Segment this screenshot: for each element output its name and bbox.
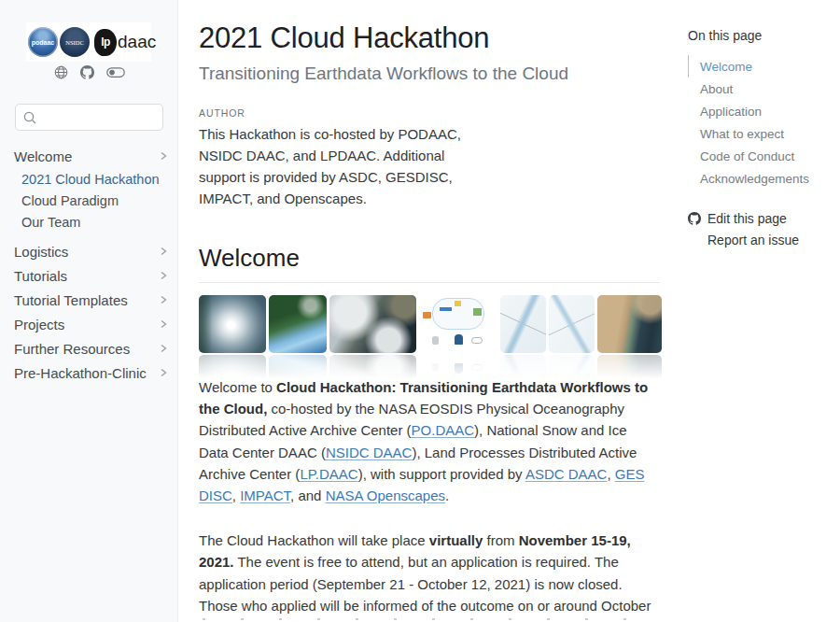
toc-actions: Edit this page Report an issue: [688, 207, 833, 250]
text: ), with support provided by: [358, 466, 525, 482]
toc-item-code-of-conduct[interactable]: Code of Conduct: [688, 145, 833, 167]
sidebar-item-welcome[interactable]: Welcome: [14, 144, 168, 168]
sea-ice-satellite-image: [549, 295, 595, 353]
sidebar-item-logistics[interactable]: Logistics: [14, 239, 168, 263]
logo-banner[interactable]: podaac NSIDC lp daac: [26, 22, 151, 62]
welcome-paragraph-2: The Cloud Hackathon will take place virt…: [199, 530, 660, 622]
sidebar-item-label: Further Resources: [14, 341, 130, 357]
diagram-node: [423, 312, 431, 318]
text-link[interactable]: NSIDC DAAC: [326, 445, 413, 460]
diagram-small-cloud-icon: [471, 337, 483, 344]
text: Welcome to: [199, 379, 276, 395]
sidebar-item-our-team[interactable]: Our Team: [21, 211, 168, 233]
cloud-architecture-diagram-image: [419, 295, 497, 353]
github-icon[interactable]: [80, 65, 94, 79]
lpdaac-logo-mark: lp: [94, 29, 117, 56]
theme-toggle-icon[interactable]: [106, 65, 125, 79]
text-link[interactable]: LP.DAAC: [300, 466, 357, 482]
arctic-ice-satellite-image: [329, 295, 416, 353]
coastal-bloom-satellite-image: [269, 295, 327, 353]
chevron-right-icon[interactable]: [159, 344, 168, 353]
toc-list: Welcome About Application What to expect…: [688, 55, 833, 190]
section-heading-welcome: Welcome: [199, 244, 660, 283]
text: ,: [232, 488, 240, 503]
hurricane-satellite-image: [199, 295, 266, 353]
toc-heading: On this page: [688, 28, 833, 43]
nsidc-logo: NSIDC: [60, 27, 90, 57]
edit-this-page-label: Edit this page: [707, 211, 787, 226]
sidebar-item-label: Tutorial Templates: [14, 292, 128, 308]
globe-icon[interactable]: [54, 65, 68, 79]
edit-this-page-link[interactable]: Edit this page: [688, 207, 833, 229]
sidebar-item-label: Tutorials: [14, 268, 67, 284]
page-title: 2021 Cloud Hackathon: [199, 21, 660, 55]
toc-panel: On this page Welcome About Application W…: [688, 28, 833, 250]
sidebar: podaac NSIDC lp daac: [0, 0, 178, 622]
ice-shelf-satellite-image: [500, 295, 546, 353]
text: , and: [290, 488, 326, 503]
text: ,: [607, 466, 614, 482]
search-input[interactable]: [42, 110, 162, 124]
sidebar-item-pre-hackathon-clinic[interactable]: Pre-Hackathon-Clinic: [14, 360, 168, 385]
sidebar-item-label: Pre-Hackathon-Clinic: [14, 365, 147, 381]
main-content: 2021 Cloud Hackathon Transitioning Earth…: [199, 0, 660, 622]
chevron-right-icon[interactable]: [159, 319, 168, 329]
diagram-node: [473, 308, 482, 316]
sidebar-item-cloud-paradigm[interactable]: Cloud Paradigm: [21, 190, 168, 211]
sidebar-item-tutorial-templates[interactable]: Tutorial Templates: [14, 288, 168, 312]
search-icon: [23, 111, 36, 124]
chevron-right-icon[interactable]: [159, 368, 168, 377]
text-link[interactable]: PO.DAAC: [412, 422, 475, 438]
sidebar-item-further-resources[interactable]: Further Resources: [14, 336, 168, 360]
github-icon: [688, 212, 701, 225]
text: The event is free to attend, but an appl…: [199, 554, 651, 622]
toc-item-application[interactable]: Application: [688, 100, 833, 122]
sidebar-tool-icons: [0, 65, 178, 79]
sidebar-item-2021-cloud-hackathon[interactable]: 2021 Cloud Hackathon: [21, 168, 168, 190]
author-text: This Hackathon is co-hosted by PODAAC, N…: [199, 123, 486, 209]
sidebar-item-projects[interactable]: Projects: [14, 312, 168, 336]
sidebar-item-tutorials[interactable]: Tutorials: [14, 263, 168, 288]
toc-item-acknowledgements[interactable]: Acknowledgements: [688, 167, 833, 190]
chevron-right-icon[interactable]: [159, 247, 168, 256]
sidebar-nav: Welcome 2021 Cloud Hackathon Cloud Parad…: [14, 144, 168, 385]
diagram-node: [440, 307, 452, 311]
report-an-issue-label: Report an issue: [707, 233, 799, 247]
sidebar-item-label: Projects: [14, 317, 64, 332]
toc-item-welcome[interactable]: Welcome: [688, 55, 833, 78]
page-subtitle: Transitioning Earthdata Workflows to the…: [199, 64, 660, 84]
text: from: [483, 532, 518, 548]
author-label: AUTHOR: [199, 107, 660, 119]
sidebar-item-label: Logistics: [14, 244, 68, 260]
diagram-database-icon: [432, 336, 439, 345]
welcome-paragraph-1: Welcome to Cloud Hackathon: Transitionin…: [199, 376, 660, 506]
lpdaac-logo-text: daac: [118, 32, 156, 52]
diagram-node: [455, 301, 461, 306]
chevron-right-icon[interactable]: [159, 295, 168, 304]
diagram-user-icon: [455, 334, 463, 345]
sidebar-item-label: Welcome: [14, 148, 72, 164]
text: The Cloud Hackathon will take place: [199, 532, 429, 548]
text-link[interactable]: NASA Openscapes: [326, 488, 445, 503]
chevron-right-icon[interactable]: [159, 151, 168, 161]
toc-item-about[interactable]: About: [688, 78, 833, 100]
toc-item-what-to-expect[interactable]: What to expect: [688, 122, 833, 145]
report-an-issue-link[interactable]: Report an issue: [688, 229, 833, 250]
sidebar-welcome-children: 2021 Cloud Hackathon Cloud Paradigm Our …: [14, 168, 168, 233]
podaac-logo: podaac: [28, 27, 58, 57]
desert-coast-satellite-image: [597, 295, 662, 353]
text: .: [445, 488, 449, 503]
banner-image-collage: [199, 295, 660, 353]
chevron-right-icon[interactable]: [159, 271, 168, 280]
search-box[interactable]: [15, 104, 163, 131]
text-link[interactable]: ASDC DAAC: [525, 466, 608, 482]
bold-text: virtually: [429, 532, 483, 548]
clipped-next-paragraph: [203, 618, 651, 620]
text-link[interactable]: IMPACT: [240, 488, 290, 503]
